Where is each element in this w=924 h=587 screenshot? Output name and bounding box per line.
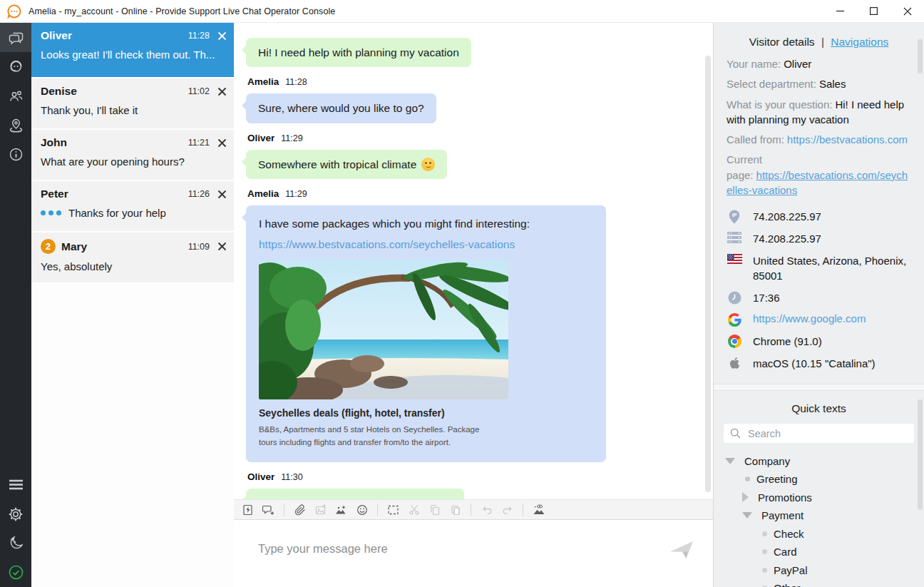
chat-name: John	[41, 136, 67, 149]
chat-time: 11:28	[188, 31, 210, 41]
visitor-details-tab: Visitor details	[749, 36, 815, 48]
close-chat-icon[interactable]	[217, 190, 227, 199]
close-chat-icon[interactable]	[217, 31, 227, 41]
close-chat-icon[interactable]	[217, 138, 227, 148]
away-mode-button[interactable]	[0, 529, 31, 558]
add-response-icon[interactable]	[261, 502, 276, 517]
unread-count-badge: 2	[41, 239, 56, 254]
info-icon	[8, 146, 24, 163]
current-page-link[interactable]: https://bestvacations.com/seychelles-vac…	[727, 169, 908, 196]
operator-tab[interactable]	[0, 52, 31, 81]
quick-texts-section: Quick texts Company Greeting Promotions …	[714, 391, 924, 587]
visitors-tab[interactable]	[0, 81, 31, 111]
local-time-icon	[727, 290, 742, 305]
upload-image-icon[interactable]	[313, 502, 328, 517]
menu-button[interactable]	[0, 470, 31, 499]
undo-icon[interactable]	[479, 502, 494, 517]
paste-icon[interactable]	[448, 502, 463, 517]
message-input[interactable]	[234, 520, 713, 587]
chats-tab[interactable]	[0, 23, 31, 52]
visitor-message: Looks great! I'll check them out. Thanks	[246, 489, 464, 500]
chat-scrollbar[interactable]	[705, 56, 711, 492]
visitor-message: Hi! I need help with planning my vacatio…	[246, 38, 471, 67]
us-flag-icon	[727, 253, 742, 264]
close-chat-icon[interactable]	[217, 242, 227, 251]
quick-text-group-payment[interactable]: Payment	[724, 506, 914, 525]
svg-text:IP: IP	[732, 213, 737, 218]
ip-address-row: IP 74.208.225.97	[727, 209, 911, 224]
chat-preview: Thank you, I'll take it	[41, 104, 227, 116]
chat-list-item-denise[interactable]: Denise 11:02 Thank you, I'll take it	[31, 78, 234, 130]
google-icon	[727, 312, 742, 327]
online-status-button[interactable]	[0, 558, 31, 587]
redo-icon[interactable]	[500, 502, 515, 517]
card-description: B&Bs, Apartments and 5 star Hotels on Se…	[259, 424, 481, 449]
location-row: United States, Arizona, Phoenix, 85001	[727, 253, 911, 283]
quick-text-item-check[interactable]: Check	[724, 524, 914, 543]
chat-time: 11:09	[188, 242, 210, 252]
details-scrollbar[interactable]	[918, 39, 923, 73]
chat-list: Oliver 11:28 Looks great! I'll check the…	[31, 23, 234, 587]
chat-list-item-mary[interactable]: 2 Mary 11:09 Yes, absolutely	[31, 233, 234, 284]
toolbar-separator	[377, 504, 378, 516]
collapse-triangle-icon[interactable]	[742, 512, 752, 519]
geo-location-icon	[8, 117, 24, 133]
quick-texts-scrollbar[interactable]	[918, 399, 923, 510]
quick-text-item-card[interactable]: Card	[724, 543, 914, 561]
quick-text-item-paypal[interactable]: PayPal	[724, 561, 914, 579]
tab-separator: |	[821, 36, 824, 48]
chat-time: 11:21	[188, 138, 210, 148]
quick-text-item-other[interactable]: Other	[724, 579, 914, 587]
copy-icon[interactable]	[427, 502, 442, 517]
toolbar-separator	[284, 504, 284, 516]
ip-address-icon: IP	[727, 209, 742, 224]
info-tab[interactable]	[0, 140, 31, 169]
chats-icon	[8, 29, 24, 46]
chat-list-item-oliver[interactable]: Oliver 11:28 Looks great! I'll check the…	[31, 23, 234, 78]
local-time-row: 17:36	[727, 290, 911, 305]
chat-list-item-peter[interactable]: Peter 11:26 Thanks for your help	[31, 181, 234, 233]
window-title: Amelia - my_account - Online - Provide S…	[29, 6, 335, 16]
card-title: Seychelles deals (flight, hotel, transfe…	[259, 407, 593, 420]
cut-icon[interactable]	[406, 502, 421, 517]
quick-text-group-promotions[interactable]: Promotions	[724, 488, 914, 506]
geo-location-tab[interactable]	[0, 111, 31, 140]
search-input[interactable]	[746, 427, 908, 440]
emoticon-icon[interactable]	[354, 502, 369, 517]
toolbar-separator	[523, 504, 523, 516]
visitor-name-field: Your name:Oliver	[727, 56, 911, 71]
menu-icon	[9, 479, 24, 490]
settings-button[interactable]	[0, 499, 31, 529]
canned-response-icon[interactable]	[240, 502, 255, 517]
select-area-icon[interactable]	[386, 502, 401, 517]
image-preview-icon[interactable]	[531, 502, 546, 517]
chat-name: Mary	[61, 240, 87, 253]
seychelles-beach-image[interactable]	[259, 260, 593, 399]
settings-icon	[8, 506, 24, 522]
edit-image-icon[interactable]	[334, 502, 349, 517]
quick-text-item-greeting[interactable]: Greeting	[724, 470, 914, 489]
referrer-link[interactable]: https://www.google.com	[753, 312, 866, 325]
apple-icon	[727, 356, 742, 369]
close-button[interactable]	[890, 0, 924, 23]
called-from-link[interactable]: https://bestvacations.com	[787, 133, 908, 146]
title-bar: Amelia - my_account - Online - Provide S…	[0, 0, 924, 23]
vacation-package-link[interactable]: https://www.bestvacations.com/seychelles…	[259, 238, 593, 251]
navigations-tab[interactable]: Navigations	[831, 36, 888, 48]
quick-texts-search[interactable]	[724, 424, 914, 443]
maximize-button[interactable]	[857, 0, 890, 23]
minimize-button[interactable]	[823, 0, 857, 23]
close-chat-icon[interactable]	[217, 87, 227, 96]
chat-preview: What are your opening hours?	[41, 155, 227, 168]
attach-file-icon[interactable]	[292, 502, 307, 517]
collapse-triangle-icon[interactable]	[725, 458, 735, 464]
send-message-icon[interactable]	[669, 538, 694, 561]
expand-triangle-icon[interactable]	[742, 492, 749, 502]
current-page-field: Current page:https://bestvacations.com/s…	[727, 152, 911, 198]
bullet-icon	[762, 568, 767, 573]
chat-list-item-john[interactable]: John 11:21 What are your opening hours?	[31, 130, 234, 181]
quick-text-group-company[interactable]: Company	[724, 451, 914, 470]
chat-name: Peter	[41, 188, 68, 200]
message-composer	[234, 520, 713, 587]
message-meta: Amelia11:28	[247, 76, 703, 87]
